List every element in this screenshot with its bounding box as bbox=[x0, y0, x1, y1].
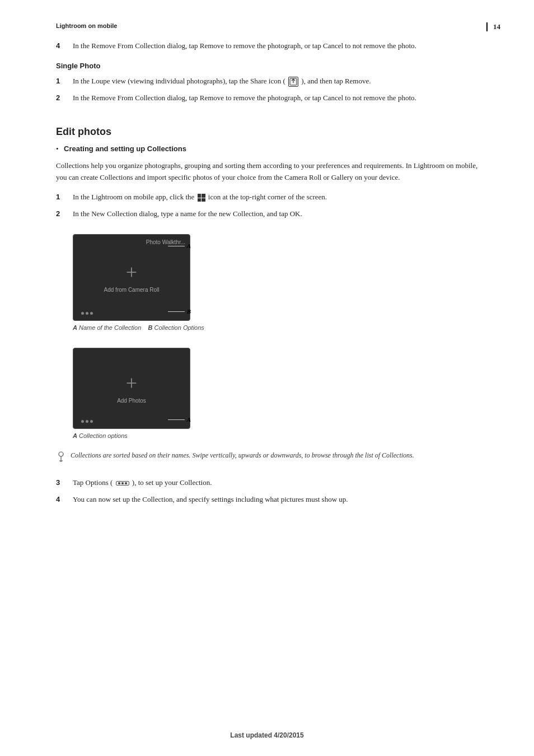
step-4-remove: 4 In the Remove From Collection dialog, … bbox=[56, 40, 489, 52]
add-camera-text: Add from Camera Roll bbox=[104, 287, 160, 293]
dot-b bbox=[121, 482, 124, 484]
dot6 bbox=[90, 420, 93, 423]
edit-step3-text: Tap Options ( ), to set up your Collecti… bbox=[73, 477, 489, 488]
edit-step1-num: 1 bbox=[56, 192, 73, 203]
caption2-a-label: A bbox=[73, 432, 77, 439]
screenshot2-container: + Add Photos A bbox=[73, 348, 190, 429]
dots-row-1 bbox=[81, 312, 93, 315]
footer-text: Last updated 4/20/2015 bbox=[230, 731, 303, 739]
note-text: Collections are sorted based on their na… bbox=[71, 450, 414, 461]
grid-icon bbox=[198, 194, 205, 202]
edit-step2-num: 2 bbox=[56, 208, 73, 220]
footer: Last updated 4/20/2015 bbox=[0, 731, 534, 739]
dots-row-2 bbox=[81, 420, 93, 423]
edit-step4: 4 You can now set up the Collection, and… bbox=[56, 494, 489, 505]
screenshot1-container: Photo Walkthr... + Add from Camera Roll … bbox=[73, 234, 190, 321]
caption1-b-text-val: Collection Options bbox=[154, 324, 204, 331]
line-b bbox=[168, 311, 185, 312]
collections-body-text: Collections help you organize photograph… bbox=[56, 160, 489, 184]
single-photo-step1-text: In the Loupe view (viewing individual ph… bbox=[73, 76, 489, 87]
dot4 bbox=[81, 420, 84, 423]
single-photo-step1: 1 In the Loupe view (viewing individual … bbox=[56, 76, 489, 87]
edit-step2-text: In the New Collection dialog, type a nam… bbox=[73, 208, 489, 220]
page-number: 14 bbox=[486, 22, 500, 31]
caption1-a-text-val: Name of the Collection bbox=[79, 324, 141, 331]
note-icon bbox=[56, 451, 66, 466]
edit-step1-text: In the Lightroom on mobile app, click th… bbox=[73, 192, 489, 203]
edit-step4-text: You can now set up the Collection, and s… bbox=[73, 494, 489, 505]
page-container: 14 Lightroom on mobile 4 In the Remove F… bbox=[0, 0, 534, 756]
edit-step2: 2 In the New Collection dialog, type a n… bbox=[56, 208, 489, 220]
step-4-remove-num: 4 bbox=[56, 40, 73, 52]
bullet-item: • Creating and setting up Collections bbox=[56, 144, 489, 153]
single-photo-step2-text: In the Remove From Collection dialog, ta… bbox=[73, 92, 489, 104]
edit-step3-num: 3 bbox=[56, 477, 73, 488]
svg-point-2 bbox=[59, 452, 63, 456]
edit-photos-heading: Edit photos bbox=[56, 126, 489, 138]
dot5 bbox=[86, 420, 88, 423]
single-photo-heading: Single Photo bbox=[56, 62, 489, 70]
callout-b-group: B bbox=[168, 308, 191, 315]
share-icon bbox=[288, 77, 298, 87]
callout-a2-group: A bbox=[168, 416, 191, 423]
caption2-a-text-val: Collection options bbox=[79, 432, 128, 439]
caption1-b-label: B bbox=[148, 324, 153, 331]
line-a bbox=[168, 246, 185, 246]
callout-a-label: A bbox=[187, 242, 191, 249]
note-box: Collections are sorted based on their na… bbox=[56, 450, 489, 466]
plus-icon-1: + bbox=[126, 262, 137, 282]
single-photo-step2-num: 2 bbox=[56, 92, 73, 104]
step-4-remove-text: In the Remove From Collection dialog, ta… bbox=[73, 40, 489, 52]
add-photos-text: Add Photos bbox=[117, 398, 146, 404]
caption1: A Name of the Collection B Collection Op… bbox=[73, 324, 489, 331]
edit-photos-section: Edit photos • Creating and setting up Co… bbox=[56, 126, 489, 505]
dot-a bbox=[118, 482, 120, 484]
callout-a2-label: A bbox=[187, 416, 191, 423]
options-dots-icon bbox=[116, 481, 129, 486]
single-photo-section: Single Photo 1 In the Loupe view (viewin… bbox=[56, 62, 489, 104]
edit-step1: 1 In the Lightroom on mobile app, click … bbox=[56, 192, 489, 203]
single-photo-step1-num: 1 bbox=[56, 76, 73, 87]
screenshot1: Photo Walkthr... + Add from Camera Roll … bbox=[73, 234, 190, 321]
edit-step4-num: 4 bbox=[56, 494, 73, 505]
creating-collections-heading: Creating and setting up Collections bbox=[64, 144, 186, 153]
bullet-dot: • bbox=[56, 144, 59, 153]
dot2 bbox=[86, 312, 88, 315]
caption2: A Collection options bbox=[73, 432, 489, 439]
edit-step3: 3 Tap Options ( ), to set up your Collec… bbox=[56, 477, 489, 488]
dot3 bbox=[90, 312, 93, 315]
line-a2 bbox=[168, 419, 185, 420]
dot1 bbox=[81, 312, 84, 315]
plus-icon-2: + bbox=[126, 373, 137, 393]
single-photo-step2: 2 In the Remove From Collection dialog, … bbox=[56, 92, 489, 104]
callout-a-group: A bbox=[168, 242, 191, 249]
caption1-a-label: A bbox=[73, 324, 77, 331]
header-label: Lightroom on mobile bbox=[56, 22, 489, 29]
screenshot2: + Add Photos A bbox=[73, 348, 190, 429]
callout-b-label: B bbox=[187, 308, 191, 315]
dot-c bbox=[125, 482, 127, 484]
